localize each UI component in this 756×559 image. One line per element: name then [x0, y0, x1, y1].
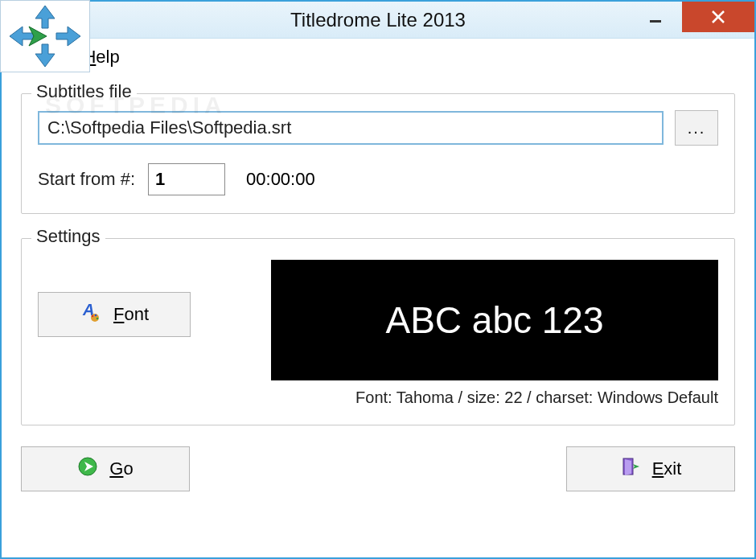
svg-marker-19: [633, 464, 639, 469]
font-description: Font: Tahoma / size: 22 / charset: Windo…: [271, 388, 718, 407]
close-icon: [710, 9, 726, 25]
settings-group: Settings A Font: [21, 238, 735, 425]
svg-rect-7: [650, 20, 661, 23]
subtitles-file-legend: Subtitles file: [31, 81, 137, 102]
titlebar: Titledrome Lite 2013: [2, 2, 754, 39]
svg-point-14: [97, 318, 99, 320]
app-window: Titledrome Lite 2013 File Help SOFTPEDIA…: [0, 0, 756, 559]
window-controls: [629, 2, 754, 32]
font-button[interactable]: A Font: [38, 292, 191, 337]
close-button[interactable]: [682, 2, 754, 32]
menubar: File Help: [2, 39, 754, 79]
go-button-label: Go: [109, 458, 133, 479]
client-area: Subtitles file ... Start from #: 00:00:0…: [2, 93, 754, 506]
start-from-input[interactable]: [148, 163, 225, 195]
exit-button[interactable]: Exit: [566, 446, 735, 491]
settings-legend: Settings: [31, 226, 105, 247]
svg-point-13: [95, 314, 97, 317]
font-palette-icon: A: [80, 301, 102, 328]
browse-button[interactable]: ...: [675, 110, 718, 146]
exit-button-label: Exit: [652, 458, 682, 479]
subtitles-path-input[interactable]: [38, 111, 664, 145]
subtitles-file-group: Subtitles file ... Start from #: 00:00:0…: [21, 93, 735, 214]
bottom-button-row: Go Exit: [21, 446, 735, 491]
svg-point-12: [92, 315, 94, 318]
door-exit-icon: [620, 456, 641, 482]
svg-marker-3: [56, 27, 80, 46]
go-arrow-icon: [77, 456, 98, 482]
font-preview-text: ABC abc 123: [385, 298, 603, 342]
svg-marker-0: [35, 6, 55, 28]
start-time-display: 00:00:00: [246, 169, 315, 190]
go-button[interactable]: Go: [21, 446, 190, 491]
start-from-label: Start from #:: [38, 169, 135, 190]
minimize-icon: [648, 10, 663, 24]
minimize-button[interactable]: [629, 2, 682, 32]
move-arrows-overlay: [0, 0, 90, 72]
svg-marker-1: [35, 44, 55, 67]
move-arrows-icon: [5, 4, 85, 68]
svg-marker-18: [625, 459, 631, 475]
font-button-label: Font: [113, 304, 149, 325]
font-preview-box: ABC abc 123: [271, 260, 718, 380]
